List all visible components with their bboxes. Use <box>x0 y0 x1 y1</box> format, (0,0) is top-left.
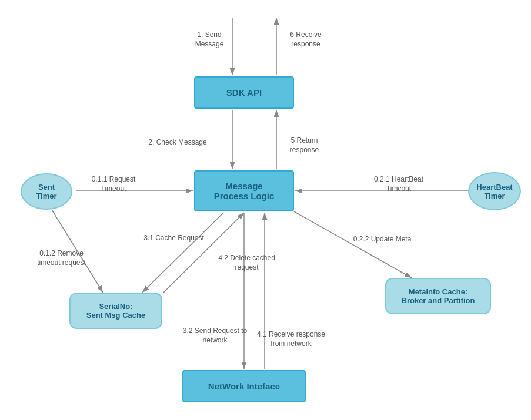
label-check-message: 2. Check Message <box>148 138 207 147</box>
message-process-box: Message Process Logic <box>194 170 294 211</box>
sdk-api-label: SDK API <box>226 88 262 98</box>
sdk-api-box: SDK API <box>194 76 294 109</box>
label-request-timeout: 0.1.1 Request Timeout <box>81 175 146 193</box>
heartbeat-timer-ellipse: HeartBeat Timer <box>468 172 521 210</box>
sent-timer-ellipse: Sent Timer <box>21 173 72 210</box>
metainfo-cache-box: MetaInfo Cache: Broker and Partition <box>385 278 491 314</box>
label-update-meta: 0.2.2 Update Meta <box>347 235 418 244</box>
diagram-container: SDK API Message Process Logic NetWork In… <box>0 0 531 420</box>
label-receive-response: 6 Receive response <box>282 31 329 49</box>
heartbeat-timer-label: HeartBeat Timer <box>476 183 512 200</box>
network-interface-box: NetWork Inteface <box>182 370 306 402</box>
metainfo-cache-label: MetaInfo Cache: Broker and Partition <box>402 287 475 305</box>
label-heartbeat-timeout: 0.2.1 HeartBeat Timcout <box>363 175 434 193</box>
serial-cache-label: SerialNo: Sent Msg Cache <box>86 302 145 320</box>
label-remove-timeout: 0.1.2 Remove timeout request <box>31 249 92 267</box>
sent-timer-label: Sent Timer <box>36 183 56 200</box>
serial-cache-box: SerialNo: Sent Msg Cache <box>69 293 162 329</box>
label-cache-request: 3.1 Cache Request <box>140 234 208 243</box>
label-receive-from-network: 4.1 Receive response from network <box>253 330 329 348</box>
label-delete-cached: 4.2 Delete cached request <box>213 254 280 272</box>
label-send-request-network: 3.2 Send Request to network <box>181 327 249 345</box>
svg-line-11 <box>163 213 244 293</box>
label-send-message: 1. Send Message <box>186 31 233 49</box>
svg-line-10 <box>142 213 223 293</box>
message-process-label: Message Process Logic <box>214 181 275 201</box>
network-interface-label: NetWork Inteface <box>208 381 280 391</box>
svg-line-9 <box>294 211 412 278</box>
label-return-response: 5 Return response <box>282 136 326 154</box>
